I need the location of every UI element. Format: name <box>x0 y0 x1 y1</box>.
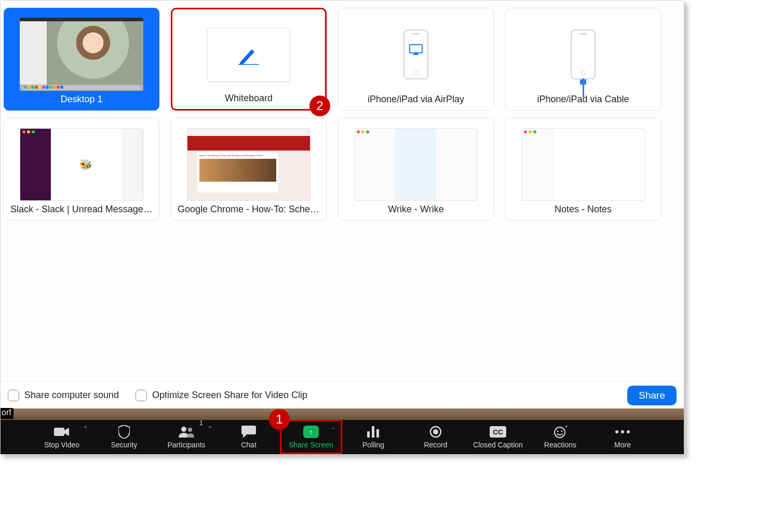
svg-point-16 <box>621 430 624 433</box>
checkbox-share-sound[interactable]: Share computer sound <box>8 390 119 401</box>
desktop-thumbnail <box>20 18 143 91</box>
share-tile-label: Whiteboard <box>225 93 273 104</box>
svg-rect-5 <box>372 426 374 438</box>
toolbar-label: Share Screen <box>289 441 333 449</box>
toolbar-stop-video[interactable]: ⌃ Stop Video <box>31 420 93 454</box>
toolbar-label: Participants <box>167 441 205 449</box>
reactions-icon: + <box>554 425 567 439</box>
toolbar-label: Record <box>424 441 447 449</box>
share-screen-panel: Desktop 1 Whiteboard 2 <box>1 1 684 408</box>
share-tile-chrome[interactable]: How-To: Scheduling, Starting, and Sharin… <box>171 118 327 221</box>
toolbar-label: Reactions <box>544 441 576 449</box>
toolbar-more[interactable]: More <box>591 420 654 454</box>
svg-point-12 <box>557 431 559 432</box>
toolbar-label: Stop Video <box>44 441 79 449</box>
share-tile-iphone-airplay[interactable]: iPhone/iPad via AirPlay <box>338 8 494 111</box>
callout-badge-1: 1 <box>269 409 290 430</box>
share-tile-wrike[interactable]: Wrike - Wrike <box>338 118 494 221</box>
more-icon <box>615 430 630 434</box>
share-tile-desktop-1[interactable]: Desktop 1 <box>4 8 159 111</box>
svg-point-3 <box>188 428 192 432</box>
share-tile-notes[interactable]: Notes - Notes <box>505 118 661 221</box>
toolbar-closed-caption[interactable]: CC Closed Caption <box>467 420 529 454</box>
svg-point-13 <box>561 431 563 432</box>
toolbar-label: Security <box>111 441 138 449</box>
video-background-strip <box>1 408 684 420</box>
svg-text:CC: CC <box>493 428 503 436</box>
toolbar-label: Polling <box>362 441 384 449</box>
checkbox-icon <box>136 390 147 401</box>
zoom-toolbar: ⌃ Stop Video Security ⌃ 1 Participants C… <box>1 420 684 454</box>
toolbar-label: More <box>614 441 631 449</box>
svg-rect-1 <box>54 428 64 436</box>
zoom-window: Desktop 1 Whiteboard 2 <box>0 0 684 455</box>
whiteboard-thumbnail <box>207 28 290 81</box>
participant-name-fragment: orf <box>1 408 14 419</box>
svg-point-15 <box>615 430 618 433</box>
toolbar-security[interactable]: Security <box>93 420 155 454</box>
share-tile-slack[interactable]: 🐝 Slack - Slack | Unread Messages |… <box>4 118 159 221</box>
toolbar-participants[interactable]: ⌃ 1 Participants <box>155 420 218 454</box>
chrome-thumbnail: How-To: Scheduling, Starting, and Sharin… <box>187 128 310 201</box>
notes-thumbnail <box>521 128 645 201</box>
toolbar-record[interactable]: Record <box>404 420 467 454</box>
share-tile-whiteboard[interactable]: Whiteboard 2 <box>171 8 327 111</box>
share-button[interactable]: Share <box>627 386 677 405</box>
polling-icon <box>367 426 380 438</box>
svg-rect-4 <box>367 431 370 438</box>
toolbar-polling[interactable]: Polling <box>342 420 404 454</box>
share-tile-label: iPhone/iPad via AirPlay <box>368 94 464 105</box>
share-screen-icon: ↑ <box>303 426 319 438</box>
pen-icon <box>237 44 260 65</box>
share-tile-label: Notes - Notes <box>555 204 612 215</box>
svg-text:+: + <box>565 425 567 429</box>
toolbar-reactions[interactable]: + Reactions <box>529 420 591 454</box>
toolbar-share-screen[interactable]: 1 ⌃ ↑ Share Screen <box>280 420 342 454</box>
iphone-thumbnail <box>571 30 596 79</box>
share-tile-label: Slack - Slack | Unread Messages |… <box>10 204 153 215</box>
callout-badge-2: 2 <box>309 96 330 116</box>
chevron-up-icon[interactable]: ⌃ <box>331 427 335 433</box>
share-tile-label: Google Chrome - How-To: Schedul… <box>178 204 320 215</box>
share-tile-label: Desktop 1 <box>60 94 102 105</box>
share-tile-label: Wrike - Wrike <box>388 204 443 215</box>
participants-icon <box>178 426 195 438</box>
participants-count: 1 <box>199 419 203 427</box>
chevron-up-icon[interactable]: ⌃ <box>83 425 88 432</box>
svg-point-8 <box>433 429 438 434</box>
checkbox-optimize-video[interactable]: Optimize Screen Share for Video Clip <box>136 390 307 401</box>
share-panel-footer: Share computer sound Optimize Screen Sha… <box>1 381 684 408</box>
checkbox-label: Optimize Screen Share for Video Clip <box>152 390 307 401</box>
record-icon <box>429 426 442 438</box>
slack-thumbnail: 🐝 <box>20 128 143 201</box>
checkbox-icon <box>8 390 19 401</box>
share-tile-iphone-cable[interactable]: iPhone/iPad via Cable <box>505 8 661 111</box>
svg-point-11 <box>555 427 565 438</box>
video-icon <box>54 427 70 437</box>
wrike-thumbnail <box>354 128 478 201</box>
checkbox-label: Share computer sound <box>24 390 119 401</box>
chevron-up-icon[interactable]: ⌃ <box>208 425 212 432</box>
svg-rect-6 <box>376 429 379 438</box>
share-grid: Desktop 1 Whiteboard 2 <box>1 1 684 228</box>
svg-point-17 <box>627 430 630 433</box>
svg-point-2 <box>181 427 186 432</box>
toolbar-label: Closed Caption <box>473 441 523 449</box>
toolbar-label: Chat <box>241 441 256 449</box>
iphone-thumbnail <box>403 30 428 79</box>
chat-icon <box>241 426 256 438</box>
closed-caption-icon: CC <box>490 426 506 438</box>
shield-icon <box>118 425 130 439</box>
airplay-icon <box>409 44 423 56</box>
